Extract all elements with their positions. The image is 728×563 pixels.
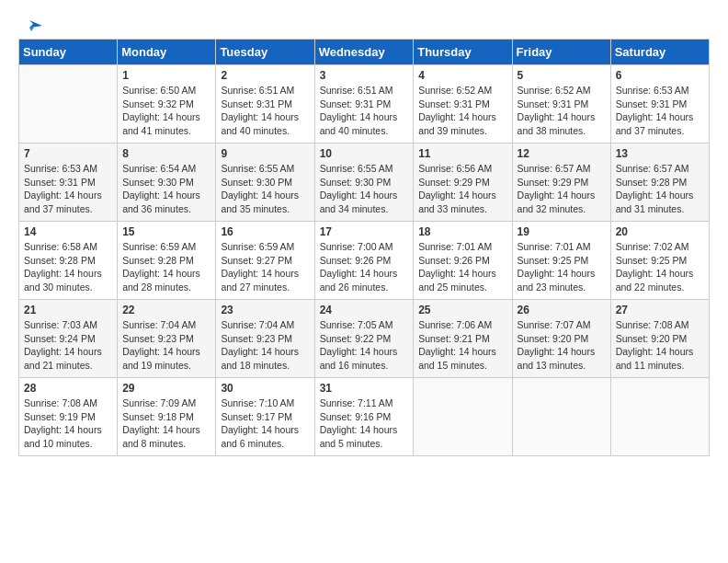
calendar-cell: 3Sunrise: 6:51 AMSunset: 9:31 PMDaylight… bbox=[314, 65, 414, 144]
cell-text: Daylight: 14 hours bbox=[320, 423, 409, 437]
cell-text: Sunrise: 6:50 AM bbox=[122, 84, 210, 98]
cell-text: and 25 minutes. bbox=[418, 281, 506, 294]
cell-text: Daylight: 14 hours bbox=[616, 189, 704, 202]
cell-text: Sunset: 9:31 PM bbox=[24, 176, 112, 190]
cell-text: Daylight: 14 hours bbox=[320, 345, 409, 359]
cell-text: Sunset: 9:29 PM bbox=[418, 176, 506, 190]
cell-text: and 6 minutes. bbox=[221, 437, 309, 451]
cell-text: Daylight: 14 hours bbox=[616, 110, 704, 124]
day-number: 2 bbox=[221, 69, 309, 82]
calendar-cell: 8Sunrise: 6:54 AMSunset: 9:30 PMDaylight… bbox=[118, 144, 216, 222]
calendar-cell: 21Sunrise: 7:03 AMSunset: 9:24 PMDayligh… bbox=[19, 300, 118, 378]
day-number: 10 bbox=[320, 147, 409, 160]
cell-text: Daylight: 14 hours bbox=[24, 189, 112, 202]
cell-text: Daylight: 14 hours bbox=[518, 110, 606, 124]
cell-text: and 38 minutes. bbox=[518, 124, 606, 138]
cell-text: and 37 minutes. bbox=[616, 124, 704, 138]
calendar-table: SundayMondayTuesdayWednesdayThursdayFrid… bbox=[18, 39, 710, 456]
cell-text: Sunrise: 6:56 AM bbox=[418, 162, 506, 176]
cell-text: Sunrise: 6:52 AM bbox=[418, 84, 506, 98]
cell-text: Daylight: 14 hours bbox=[418, 345, 506, 359]
calendar-cell: 6Sunrise: 6:53 AMSunset: 9:31 PMDaylight… bbox=[610, 65, 709, 144]
cell-text: Daylight: 14 hours bbox=[221, 267, 309, 281]
calendar-cell bbox=[610, 378, 709, 456]
cell-text: Sunrise: 7:01 AM bbox=[518, 240, 606, 254]
day-number: 8 bbox=[122, 147, 210, 160]
cell-text: Daylight: 14 hours bbox=[418, 189, 506, 202]
week-row: 28Sunrise: 7:08 AMSunset: 9:19 PMDayligh… bbox=[19, 378, 710, 456]
header-cell-tuesday: Tuesday bbox=[216, 40, 314, 65]
cell-text: Sunset: 9:21 PM bbox=[418, 332, 506, 346]
cell-text: Daylight: 14 hours bbox=[616, 345, 704, 359]
cell-text: and 5 minutes. bbox=[320, 437, 409, 451]
cell-text: Sunset: 9:31 PM bbox=[616, 98, 704, 111]
logo bbox=[18, 18, 42, 31]
cell-text: Sunset: 9:20 PM bbox=[616, 332, 704, 346]
cell-text: Sunrise: 7:05 AM bbox=[320, 318, 409, 332]
cell-text: Daylight: 14 hours bbox=[24, 267, 112, 281]
cell-text: and 16 minutes. bbox=[320, 359, 409, 373]
header-cell-friday: Friday bbox=[512, 40, 610, 65]
cell-text: Daylight: 14 hours bbox=[320, 110, 409, 124]
calendar-cell: 19Sunrise: 7:01 AMSunset: 9:25 PMDayligh… bbox=[512, 222, 610, 300]
cell-text: Sunset: 9:31 PM bbox=[221, 98, 309, 111]
calendar-cell: 2Sunrise: 6:51 AMSunset: 9:31 PMDaylight… bbox=[216, 65, 314, 144]
cell-text: Sunset: 9:19 PM bbox=[24, 410, 112, 424]
cell-text: Daylight: 14 hours bbox=[320, 267, 409, 281]
cell-text: Sunrise: 7:03 AM bbox=[24, 318, 112, 332]
calendar-cell bbox=[19, 65, 118, 144]
calendar-cell: 25Sunrise: 7:06 AMSunset: 9:21 PMDayligh… bbox=[414, 300, 512, 378]
cell-text: and 40 minutes. bbox=[320, 124, 409, 138]
svg-marker-0 bbox=[29, 20, 42, 28]
day-number: 22 bbox=[122, 304, 210, 316]
day-number: 6 bbox=[616, 69, 704, 82]
calendar-cell: 26Sunrise: 7:07 AMSunset: 9:20 PMDayligh… bbox=[512, 300, 610, 378]
cell-text: Sunset: 9:28 PM bbox=[616, 176, 704, 190]
cell-text: Sunrise: 7:08 AM bbox=[24, 396, 112, 410]
logo-bird-icon bbox=[22, 18, 42, 35]
day-number: 25 bbox=[418, 304, 506, 316]
header-cell-sunday: Sunday bbox=[19, 40, 118, 65]
cell-text: Sunset: 9:31 PM bbox=[518, 98, 606, 111]
cell-text: Sunrise: 6:53 AM bbox=[616, 84, 704, 98]
cell-text: Daylight: 14 hours bbox=[518, 267, 606, 281]
cell-text: Sunrise: 7:11 AM bbox=[320, 396, 409, 410]
cell-text: Sunset: 9:16 PM bbox=[320, 410, 409, 424]
cell-text: Sunset: 9:31 PM bbox=[418, 98, 506, 111]
calendar-cell: 24Sunrise: 7:05 AMSunset: 9:22 PMDayligh… bbox=[314, 300, 414, 378]
cell-text: Daylight: 14 hours bbox=[122, 110, 210, 124]
cell-text: Sunset: 9:30 PM bbox=[122, 176, 210, 190]
cell-text: Sunset: 9:26 PM bbox=[418, 254, 506, 268]
cell-text: Sunrise: 6:59 AM bbox=[122, 240, 210, 254]
calendar-cell: 10Sunrise: 6:55 AMSunset: 9:30 PMDayligh… bbox=[314, 144, 414, 222]
cell-text: Daylight: 14 hours bbox=[122, 267, 210, 281]
day-number: 30 bbox=[221, 382, 309, 395]
day-number: 31 bbox=[320, 382, 409, 395]
cell-text: Sunrise: 7:04 AM bbox=[122, 318, 210, 332]
cell-text: Sunset: 9:23 PM bbox=[221, 332, 309, 346]
calendar-cell bbox=[512, 378, 610, 456]
calendar-cell: 20Sunrise: 7:02 AMSunset: 9:25 PMDayligh… bbox=[610, 222, 709, 300]
cell-text: Sunrise: 7:01 AM bbox=[418, 240, 506, 254]
cell-text: Sunset: 9:31 PM bbox=[320, 98, 409, 111]
calendar-cell: 22Sunrise: 7:04 AMSunset: 9:23 PMDayligh… bbox=[118, 300, 216, 378]
calendar-cell: 28Sunrise: 7:08 AMSunset: 9:19 PMDayligh… bbox=[19, 378, 118, 456]
cell-text: and 27 minutes. bbox=[221, 281, 309, 294]
cell-text: Sunrise: 7:06 AM bbox=[418, 318, 506, 332]
cell-text: Sunrise: 6:55 AM bbox=[320, 162, 409, 176]
cell-text: Daylight: 14 hours bbox=[24, 345, 112, 359]
calendar-cell: 29Sunrise: 7:09 AMSunset: 9:18 PMDayligh… bbox=[118, 378, 216, 456]
cell-text: Sunset: 9:30 PM bbox=[320, 176, 409, 190]
day-number: 5 bbox=[518, 69, 606, 82]
cell-text: and 19 minutes. bbox=[122, 359, 210, 373]
week-row: 1Sunrise: 6:50 AMSunset: 9:32 PMDaylight… bbox=[19, 65, 710, 144]
calendar-cell: 13Sunrise: 6:57 AMSunset: 9:28 PMDayligh… bbox=[610, 144, 709, 222]
calendar-cell: 4Sunrise: 6:52 AMSunset: 9:31 PMDaylight… bbox=[414, 65, 512, 144]
cell-text: and 33 minutes. bbox=[418, 202, 506, 216]
cell-text: Sunset: 9:28 PM bbox=[122, 254, 210, 268]
cell-text: Sunrise: 7:00 AM bbox=[320, 240, 409, 254]
cell-text: Sunrise: 6:57 AM bbox=[518, 162, 606, 176]
cell-text: Daylight: 14 hours bbox=[221, 423, 309, 437]
day-number: 18 bbox=[418, 225, 506, 238]
cell-text: Daylight: 14 hours bbox=[221, 110, 309, 124]
